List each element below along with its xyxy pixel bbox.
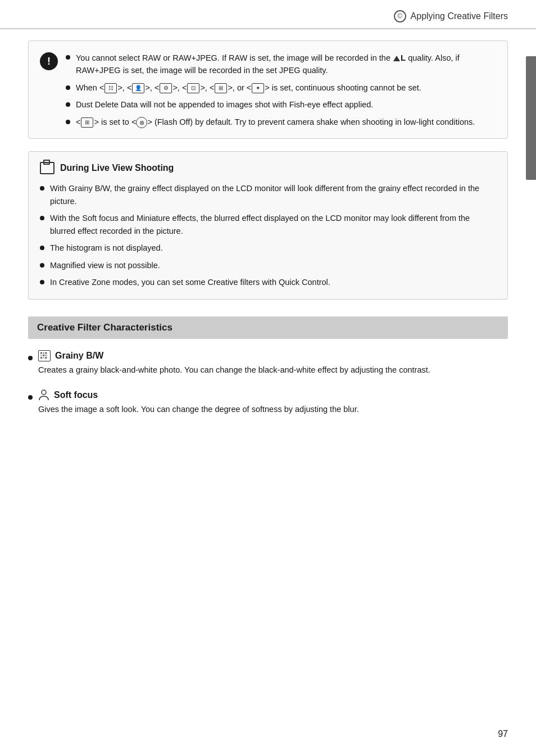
liveview-title: During Live View Shooting [60, 163, 174, 173]
caution-item-1: You cannot select RAW or RAW+JPEG. If RA… [66, 51, 496, 77]
filter-name-grainy: Grainy B/W [55, 351, 103, 361]
liveview-text-4: Magnified view is not possible. [50, 259, 496, 271]
svg-rect-8 [45, 357, 47, 359]
caution-icon: ! [40, 52, 58, 70]
mode-icon-5: ⊞ [215, 83, 227, 93]
caution-text-1: You cannot select RAW or RAW+JPEG. If RA… [76, 51, 496, 77]
liveview-item-5: In Creative Zone modes, you can set some… [40, 276, 496, 288]
top-header: © Applying Creative Filters [0, 0, 536, 29]
svg-rect-0 [40, 352, 42, 354]
bullet-dot-4 [66, 120, 70, 124]
bullet-dot-lv5 [40, 280, 44, 284]
filter-section: Creative Filter Characteristics [28, 316, 508, 416]
svg-rect-6 [40, 357, 42, 359]
header-title: © Applying Creative Filters [394, 10, 508, 22]
mode-icon-3: ⚙ [160, 83, 172, 93]
svg-point-9 [42, 390, 46, 395]
bullet-dot-3 [66, 102, 70, 107]
mode-icon-2: 👤 [132, 83, 144, 93]
caution-text-2: When <☷>, <👤>, <⚙>, <⊡>, <⊞>, or <✦> is … [76, 82, 496, 94]
bullet-dot-lv4 [40, 263, 44, 268]
caution-content: You cannot select RAW or RAW+JPEG. If RA… [66, 51, 496, 128]
caution-box: ! You cannot select RAW or RAW+JPEG. If … [28, 40, 508, 139]
filter-desc-soft: Gives the image a soft look. You can cha… [38, 403, 508, 415]
liveview-item-1: With Grainy B/W, the grainy effect displ… [40, 182, 496, 207]
mode-icon-1: ☷ [105, 83, 117, 93]
caution-item-4: <⊞> is set to <⊗> (Flash Off) by default… [66, 116, 496, 128]
svg-rect-2 [45, 352, 47, 354]
svg-rect-5 [45, 355, 47, 356]
header-text: Applying Creative Filters [411, 11, 508, 21]
page-number: 97 [498, 729, 508, 739]
main-content: ! You cannot select RAW or RAW+JPEG. If … [0, 29, 536, 452]
liveview-text-5: In Creative Zone modes, you can set some… [50, 276, 496, 288]
bullet-dot-lv2 [40, 216, 44, 220]
camera-liveview-icon [40, 162, 54, 174]
liveview-text-3: The histogram is not displayed. [50, 242, 496, 254]
filter-content-grainy: Grainy B/W Creates a grainy black-and-wh… [38, 350, 508, 376]
filter-name-row-grainy: Grainy B/W [38, 350, 508, 361]
mode-icon-7: ⊞ [81, 117, 93, 128]
bullet-dot-lv3 [40, 246, 44, 250]
liveview-item-3: The histogram is not displayed. [40, 242, 496, 254]
soft-focus-filter-icon [38, 390, 49, 401]
filter-content-soft: Soft focus Gives the image a soft look. … [38, 390, 508, 415]
svg-rect-4 [43, 355, 44, 356]
svg-rect-3 [40, 355, 42, 356]
caution-item-3: Dust Delete Data will not be appended to… [66, 98, 496, 111]
mode-icon-4: ⊡ [187, 83, 199, 93]
filter-item-soft: Soft focus Gives the image a soft look. … [28, 390, 508, 415]
filter-desc-grainy: Creates a grainy black-and-white photo. … [38, 364, 508, 376]
liveview-header: During Live View Shooting [40, 162, 496, 174]
bullet-dot-2 [66, 85, 70, 90]
liveview-item-4: Magnified view is not possible. [40, 259, 496, 271]
filter-name-soft: Soft focus [54, 390, 98, 400]
mode-icon-6: ✦ [252, 83, 264, 93]
triangle-icon [393, 56, 400, 61]
liveview-list: With Grainy B/W, the grainy effect displ… [40, 182, 496, 288]
caution-text-4: <⊞> is set to <⊗> (Flash Off) by default… [76, 116, 496, 128]
svg-rect-7 [43, 357, 44, 359]
liveview-box: During Live View Shooting With Grainy B/… [28, 151, 508, 299]
caution-text-3: Dust Delete Data will not be appended to… [76, 98, 496, 111]
page-container: © Applying Creative Filters ! You cannot… [0, 0, 536, 756]
sidebar-accent [526, 56, 536, 180]
liveview-text-2: With the Soft focus and Miniature effect… [50, 212, 496, 237]
svg-rect-1 [43, 352, 44, 354]
copyright-icon: © [394, 10, 406, 22]
filter-section-header: Creative Filter Characteristics [28, 316, 508, 339]
filter-bullet-grainy [28, 356, 33, 360]
caution-item-2: When <☷>, <👤>, <⚙>, <⊡>, <⊞>, or <✦> is … [66, 82, 496, 94]
bullet-dot-lv1 [40, 186, 44, 191]
caution-list: You cannot select RAW or RAW+JPEG. If RA… [66, 51, 496, 128]
filter-item-grainy: Grainy B/W Creates a grainy black-and-wh… [28, 350, 508, 376]
liveview-item-2: With the Soft focus and Miniature effect… [40, 212, 496, 237]
grainy-filter-icon [38, 350, 51, 361]
bullet-dot [66, 55, 70, 60]
liveview-text-1: With Grainy B/W, the grainy effect displ… [50, 182, 496, 207]
filter-bullet-soft [28, 395, 33, 400]
flash-off-icon: ⊗ [136, 117, 147, 128]
filter-name-row-soft: Soft focus [38, 390, 508, 401]
